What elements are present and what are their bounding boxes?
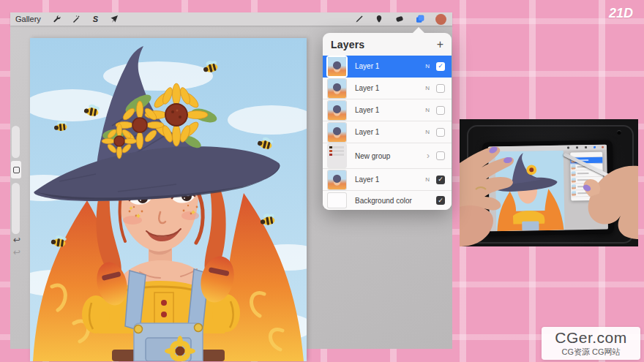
color-swatch[interactable] <box>435 14 446 25</box>
blend-mode-label[interactable]: N <box>425 176 430 183</box>
watermark-title: CGer.com <box>555 330 627 345</box>
redo-button[interactable]: ↩ <box>13 248 20 257</box>
eraser-icon[interactable] <box>394 15 404 24</box>
layer-label: Layer 1 <box>355 128 425 136</box>
layer-thumbnail[interactable] <box>328 123 346 142</box>
watermark-subtitle: CG资源 CG网站 <box>561 347 620 358</box>
layer-group-row[interactable]: New group› <box>323 143 452 169</box>
layers-panel: Layers + Layer 1NLayer 1NLayer 1NLayer 1… <box>323 33 452 210</box>
layer-thumbnail[interactable] <box>328 170 346 189</box>
opacity-slider[interactable] <box>12 183 20 234</box>
blend-mode-label[interactable]: N <box>425 129 430 135</box>
layer-thumbnail[interactable] <box>328 144 346 167</box>
layer-list: Layer 1NLayer 1NLayer 1NLayer 1NNew grou… <box>323 56 452 210</box>
channel-logo-21d: 21D <box>609 6 633 21</box>
layer-row[interactable]: Layer 1N <box>323 99 452 121</box>
watermark-badge: CGer.com CG资源 CG网站 <box>542 327 640 360</box>
magic-wand-icon[interactable] <box>72 15 81 24</box>
layer-thumbnail[interactable] <box>328 79 346 98</box>
blend-mode-label[interactable]: N <box>425 63 430 69</box>
layer-thumbnail[interactable] <box>328 193 346 208</box>
blend-mode-label[interactable]: N <box>425 107 430 113</box>
layer-row[interactable]: Layer 1N <box>323 121 452 143</box>
modify-square-icon <box>13 167 20 173</box>
layer-thumbnail[interactable] <box>328 57 346 76</box>
visibility-checkbox[interactable] <box>436 176 445 184</box>
visibility-checkbox[interactable] <box>436 151 445 160</box>
selection-s-icon[interactable]: S <box>91 15 100 24</box>
left-hand <box>460 119 540 246</box>
visibility-checkbox[interactable] <box>436 128 445 137</box>
visibility-checkbox[interactable] <box>436 62 445 71</box>
layer-row[interactable]: Layer 1N <box>323 169 452 191</box>
move-arrow-icon[interactable] <box>110 15 119 24</box>
background-color-row[interactable]: Background color <box>323 191 452 210</box>
visibility-checkbox[interactable] <box>436 196 445 205</box>
layer-label: Layer 1 <box>355 62 425 70</box>
right-hand <box>572 159 638 246</box>
modify-button[interactable] <box>11 161 21 178</box>
layer-label: Layer 1 <box>355 84 425 92</box>
layer-label: Layer 1 <box>355 106 425 114</box>
layer-row[interactable]: Layer 1N <box>323 56 452 78</box>
wrench-icon[interactable] <box>53 15 62 24</box>
top-toolbar: Gallery S <box>10 12 452 26</box>
video-frame: { "window": { "toolbar": { "gallery_labe… <box>0 0 644 362</box>
layers-panel-header: Layers + <box>323 33 452 56</box>
layer-label: Background color <box>355 197 436 205</box>
blend-mode-label[interactable]: N <box>425 85 430 91</box>
layer-row[interactable]: Layer 1N <box>323 78 452 99</box>
brush-size-slider[interactable] <box>12 126 20 158</box>
visibility-checkbox[interactable] <box>436 84 445 93</box>
gallery-button[interactable]: Gallery <box>15 15 41 23</box>
layer-label: Layer 1 <box>355 176 425 184</box>
drawing-canvas[interactable] <box>30 38 307 361</box>
webcam-video-inset <box>460 119 638 246</box>
chevron-right-icon[interactable]: › <box>427 151 430 160</box>
add-layer-button[interactable]: + <box>437 39 443 50</box>
layers-icon[interactable] <box>415 15 424 24</box>
layer-label: New group <box>355 152 427 160</box>
witch-girl-illustration <box>30 38 307 361</box>
layer-thumbnail[interactable] <box>328 101 346 120</box>
visibility-checkbox[interactable] <box>436 106 445 115</box>
layers-title: Layers <box>331 39 364 50</box>
panel-caret <box>412 27 425 34</box>
undo-button[interactable]: ↩ <box>13 235 20 244</box>
smudge-icon[interactable] <box>374 15 383 24</box>
case-screw <box>617 130 621 135</box>
brush-icon[interactable] <box>353 15 363 24</box>
